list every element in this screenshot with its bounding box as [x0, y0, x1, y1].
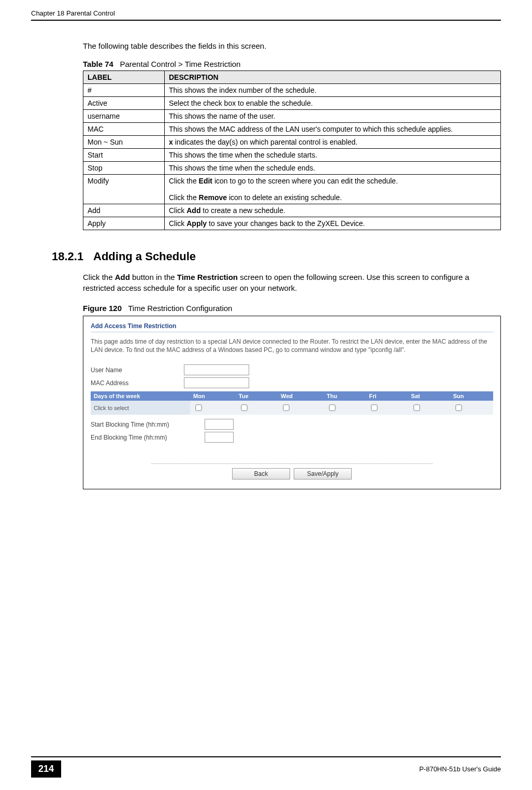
- row-label: Stop: [83, 162, 165, 175]
- row-desc: This shows the name of the user.: [165, 110, 501, 123]
- row-desc-bold: Edit: [199, 177, 212, 185]
- table-number: Table 74: [83, 60, 113, 68]
- row-desc: Click the Edit icon to go to the screen …: [165, 175, 501, 204]
- start-time-input[interactable]: [205, 419, 234, 430]
- row-label: MAC: [83, 123, 165, 136]
- page-footer: 214 P-870HN-51b User's Guide: [31, 756, 501, 778]
- row-desc-text: Click: [169, 219, 186, 228]
- row-desc: This shows the time when the schedule st…: [165, 149, 501, 162]
- row-desc-text: to save your changes back to the ZyXEL D…: [207, 219, 365, 228]
- page-number: 214: [31, 760, 61, 778]
- table-row: MAC This shows the MAC address of the LA…: [83, 123, 501, 136]
- row-label: Active: [83, 97, 165, 110]
- figure-screenshot: Add Access Time Restriction This page ad…: [83, 316, 501, 489]
- table-row: Add Click Add to create a new schedule.: [83, 204, 501, 217]
- row-desc: This shows the time when the schedule en…: [165, 162, 501, 175]
- row-label: Mon ~ Sun: [83, 136, 165, 149]
- row-desc-bold: x: [169, 138, 173, 146]
- save-apply-button[interactable]: Save/Apply: [294, 468, 352, 479]
- day-header-wed: Wed: [278, 391, 324, 401]
- row-desc-bold: Remove: [199, 193, 227, 202]
- intro-paragraph: The following table describes the fields…: [83, 41, 501, 50]
- row-desc-text: indicates the day(s) on which parental c…: [173, 138, 357, 146]
- body-text: Click the: [83, 273, 115, 281]
- table-row: Active Select the check box to enable th…: [83, 97, 501, 110]
- row-desc: This shows the MAC address of the LAN us…: [165, 123, 501, 136]
- body-bold: Add: [115, 273, 130, 281]
- table-row: # This shows the index number of the sch…: [83, 84, 501, 97]
- row-desc-bold: Apply: [186, 219, 207, 228]
- dialog-title: Add Access Time Restriction: [91, 322, 493, 332]
- row-desc: Click Apply to save your changes back to…: [165, 217, 501, 230]
- user-name-input[interactable]: [184, 364, 249, 375]
- day-checkbox-tue[interactable]: [241, 405, 247, 411]
- figure-caption: Figure 120 Time Restriction Configuratio…: [83, 304, 501, 313]
- table-row: Mon ~ Sun x indicates the day(s) on whic…: [83, 136, 501, 149]
- row-desc: x indicates the day(s) on which parental…: [165, 136, 501, 149]
- figure-title: Time Restriction Configuration: [128, 304, 232, 313]
- start-time-label: Start Blocking Time (hh:mm): [91, 421, 205, 428]
- row-desc-bold: Add: [186, 206, 200, 215]
- day-checkbox-thu[interactable]: [329, 405, 335, 411]
- dow-header: Days of the week: [91, 391, 190, 401]
- section-number: 18.2.1: [52, 250, 93, 263]
- table-row: Start This shows the time when the sched…: [83, 149, 501, 162]
- section-heading: 18.2.1Adding a Schedule: [52, 250, 501, 263]
- day-header-sat: Sat: [408, 391, 450, 401]
- header-rule: [31, 20, 501, 21]
- col-header-description: DESCRIPTION: [165, 71, 501, 84]
- table-row: Apply Click Apply to save your changes b…: [83, 217, 501, 230]
- body-bold: Time Restriction: [177, 273, 238, 281]
- day-header-thu: Thu: [324, 391, 366, 401]
- row-label: Modify: [83, 175, 165, 204]
- section-title: Adding a Schedule: [93, 250, 196, 263]
- end-time-input[interactable]: [205, 432, 234, 443]
- day-header-mon: Mon: [190, 391, 236, 401]
- day-header-tue: Tue: [236, 391, 278, 401]
- row-desc-text: to create a new schedule.: [200, 206, 285, 215]
- row-label: Start: [83, 149, 165, 162]
- row-label: Apply: [83, 217, 165, 230]
- row-label: #: [83, 84, 165, 97]
- click-to-select-label: Click to select: [91, 401, 190, 415]
- col-header-label: LABEL: [83, 71, 165, 84]
- days-of-week-table: Days of the week Mon Tue Wed Thu Fri Sat…: [91, 391, 493, 415]
- mac-address-input[interactable]: [184, 377, 249, 388]
- guide-name: P-870HN-51b User's Guide: [419, 765, 501, 773]
- row-desc-text: Click the: [169, 177, 199, 185]
- separator: [151, 463, 433, 464]
- end-time-label: End Blocking Time (hh:mm): [91, 434, 205, 441]
- back-button[interactable]: Back: [232, 468, 290, 479]
- row-desc-text: icon to delete an existing schedule.: [227, 193, 342, 202]
- user-name-label: User Name: [91, 366, 184, 374]
- day-header-sun: Sun: [450, 391, 493, 401]
- row-desc-text: icon to go to the screen where you can e…: [212, 177, 398, 185]
- row-label: Add: [83, 204, 165, 217]
- description-table: LABEL DESCRIPTION # This shows the index…: [83, 70, 501, 230]
- chapter-header: Chapter 18 Parental Control: [31, 9, 115, 17]
- table-row: Modify Click the Edit icon to go to the …: [83, 175, 501, 204]
- row-desc-text: Click the: [169, 193, 199, 202]
- footer-rule: [31, 756, 501, 757]
- row-desc: Click Add to create a new schedule.: [165, 204, 501, 217]
- dialog-description: This page adds time of day restriction t…: [91, 337, 493, 354]
- day-checkbox-mon[interactable]: [195, 405, 202, 411]
- section-body: Click the Add button in the Time Restric…: [83, 272, 501, 293]
- table-row: Stop This shows the time when the schedu…: [83, 162, 501, 175]
- day-checkbox-sat[interactable]: [413, 405, 420, 411]
- row-desc: This shows the index number of the sched…: [165, 84, 501, 97]
- day-header-fri: Fri: [366, 391, 408, 401]
- table-title: Parental Control > Time Restriction: [120, 60, 240, 68]
- day-checkbox-wed[interactable]: [283, 405, 289, 411]
- figure-number: Figure 120: [83, 304, 122, 313]
- day-checkbox-sun[interactable]: [455, 405, 462, 411]
- day-checkbox-fri[interactable]: [371, 405, 378, 411]
- table-caption: Table 74 Parental Control > Time Restric…: [83, 60, 501, 68]
- table-row: username This shows the name of the user…: [83, 110, 501, 123]
- row-desc-text: Click: [169, 206, 186, 215]
- mac-address-label: MAC Address: [91, 379, 184, 387]
- row-desc: Select the check box to enable the sched…: [165, 97, 501, 110]
- row-label: username: [83, 110, 165, 123]
- body-text: button in the: [130, 273, 177, 281]
